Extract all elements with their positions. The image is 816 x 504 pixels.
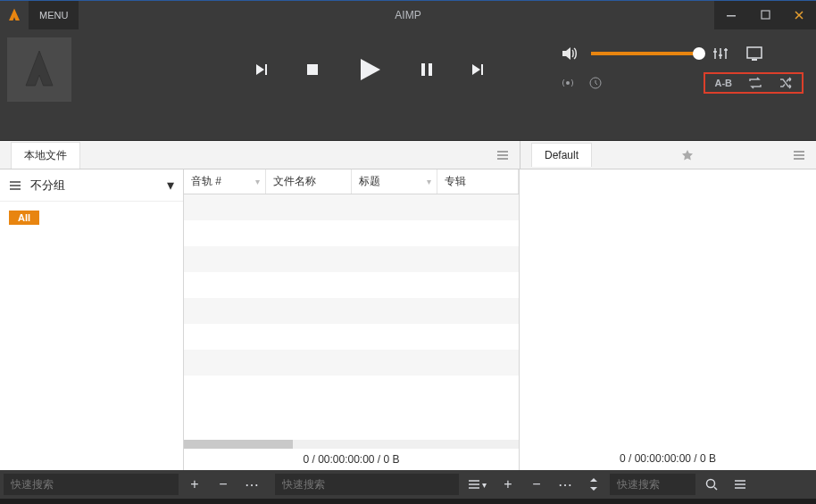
seek-bar[interactable]: [0, 111, 816, 141]
column-title-label: 标题: [359, 174, 380, 189]
next-button[interactable]: [470, 62, 486, 78]
minimize-button[interactable]: [714, 1, 748, 29]
svg-rect-3: [421, 63, 425, 76]
maximize-button[interactable]: [748, 1, 782, 29]
table-row[interactable]: [184, 194, 519, 220]
favorite-icon[interactable]: [681, 149, 694, 161]
column-track[interactable]: 音轨 #▾: [184, 169, 266, 194]
tab-default[interactable]: Default: [531, 143, 592, 167]
radio-icon[interactable]: [561, 77, 579, 89]
right-panel-menu-icon[interactable]: [793, 150, 805, 161]
svg-rect-6: [752, 59, 757, 61]
remove-button-2[interactable]: −: [524, 474, 549, 495]
svg-rect-1: [762, 11, 770, 19]
app-logo-small: [0, 1, 29, 29]
transport-controls: [254, 55, 486, 84]
pause-button[interactable]: [420, 62, 434, 78]
repeat-button[interactable]: [748, 77, 762, 89]
menu-button[interactable]: MENU: [29, 1, 79, 29]
playlist-pane: 0 / 00:00:00:00 / 0 B: [520, 169, 816, 470]
column-title[interactable]: 标题▾: [352, 169, 437, 194]
app-title: AIMP: [395, 9, 420, 21]
group-menu-icon[interactable]: [9, 180, 21, 191]
svg-rect-0: [727, 15, 736, 17]
column-filename-label: 文件名称: [273, 174, 316, 189]
table-row[interactable]: [184, 246, 519, 272]
right-controls: A-B: [561, 45, 809, 94]
mini-controls-row: A-B: [561, 72, 804, 94]
volume-row: [561, 45, 804, 62]
tab-local-files[interactable]: 本地文件: [11, 142, 80, 169]
window-controls: [714, 1, 816, 29]
panel-headers: 本地文件 Default: [0, 141, 816, 169]
close-button[interactable]: [782, 1, 816, 29]
table-row[interactable]: [184, 376, 519, 401]
remove-button-1[interactable]: −: [211, 474, 236, 495]
timer-icon[interactable]: [589, 77, 607, 89]
album-art-placeholder: [7, 37, 71, 102]
left-panel-header: 本地文件: [0, 141, 520, 169]
filter-icon[interactable]: ▾: [255, 177, 260, 186]
search-input-2[interactable]: [275, 474, 459, 495]
svg-point-7: [566, 81, 570, 85]
svg-rect-2: [307, 64, 318, 75]
search-button[interactable]: [699, 474, 724, 495]
svg-rect-5: [747, 47, 762, 58]
menu-button-bottom[interactable]: [728, 474, 753, 495]
table-row[interactable]: [184, 298, 519, 324]
add-button-1[interactable]: +: [182, 474, 207, 495]
scrollbar-thumb[interactable]: [184, 440, 293, 449]
titlebar-left: MENU: [0, 1, 79, 29]
search-input-3[interactable]: [610, 474, 695, 495]
bottom-bar: + − ⋯ ▾ + − ⋯: [0, 470, 816, 499]
player-area: A-B: [0, 29, 816, 111]
column-album-label: 专辑: [445, 174, 466, 189]
group-label: 不分组: [30, 178, 158, 194]
svg-rect-4: [429, 63, 432, 76]
add-button-2[interactable]: +: [495, 474, 520, 495]
svg-point-9: [707, 480, 715, 488]
search-input-1[interactable]: [4, 474, 179, 495]
group-pane: 不分组 ▾ All: [0, 169, 184, 470]
right-status: 0 / 00:00:00:00 / 0 B: [520, 447, 816, 470]
left-panel-menu-icon[interactable]: [496, 150, 509, 161]
titlebar: MENU AIMP: [0, 0, 816, 29]
table-row[interactable]: [184, 350, 519, 376]
playback-mode-group: A-B: [704, 72, 804, 94]
volume-slider[interactable]: [591, 52, 700, 55]
playlist-body: [520, 169, 816, 447]
shuffle-button[interactable]: [779, 77, 793, 89]
more-button-1[interactable]: ⋯: [239, 474, 264, 495]
all-badge[interactable]: All: [9, 211, 39, 225]
column-filename[interactable]: 文件名称: [266, 169, 352, 194]
right-panel-header: Default: [520, 141, 816, 169]
sort-button[interactable]: ▾: [462, 479, 492, 490]
volume-thumb[interactable]: [693, 47, 705, 60]
left-status: 0 / 00:00:00:00 / 0 B: [184, 449, 519, 470]
visualizer-button[interactable]: [746, 46, 768, 61]
ab-repeat-button[interactable]: A-B: [714, 78, 732, 88]
more-button-2[interactable]: ⋯: [553, 474, 578, 495]
table-row[interactable]: [184, 272, 519, 298]
table-row[interactable]: [184, 324, 519, 350]
horizontal-scrollbar[interactable]: [184, 440, 519, 449]
track-list-pane: 音轨 #▾ 文件名称 标题▾ 专辑 0 / 00:00:00:00 / 0 B: [184, 169, 520, 470]
track-rows: [184, 194, 519, 440]
main-content: 不分组 ▾ All 音轨 #▾ 文件名称 标题▾ 专辑 0 / 00:00:00…: [0, 169, 816, 470]
column-album[interactable]: 专辑: [437, 169, 519, 194]
volume-icon[interactable]: [561, 45, 579, 62]
updown-button[interactable]: [581, 474, 606, 495]
filter-icon[interactable]: ▾: [427, 177, 431, 186]
equalizer-button[interactable]: [712, 45, 734, 62]
group-selector[interactable]: 不分组 ▾: [0, 169, 183, 202]
chevron-down-icon[interactable]: ▾: [167, 177, 174, 194]
column-track-label: 音轨 #: [191, 174, 221, 189]
column-headers: 音轨 #▾ 文件名称 标题▾ 专辑: [184, 169, 519, 194]
stop-button[interactable]: [305, 62, 320, 77]
play-button[interactable]: [355, 55, 384, 84]
previous-button[interactable]: [254, 62, 270, 78]
table-row[interactable]: [184, 220, 519, 246]
